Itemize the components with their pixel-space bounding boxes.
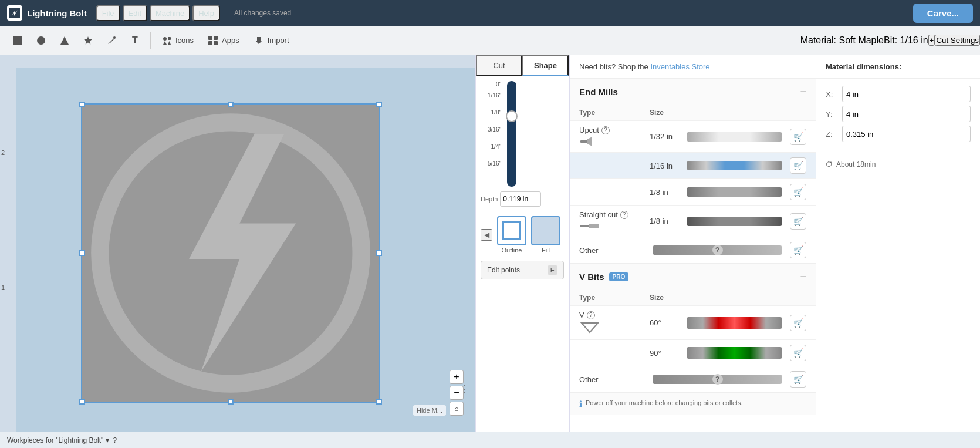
end-mills-header: End Mills −: [570, 79, 816, 105]
outline-button[interactable]: [497, 216, 526, 245]
tool-star[interactable]: [77, 30, 99, 51]
bit-size-1-16: 1/16 in 🛒: [650, 157, 806, 174]
design-canvas[interactable]: [81, 103, 380, 403]
workpiece-dropdown[interactable]: ▾: [106, 436, 109, 444]
dim-z-label: Z:: [826, 130, 837, 139]
bit-size-60-label: 60°: [650, 318, 679, 327]
cut-settings-button[interactable]: Cut Settings: [935, 35, 980, 46]
svg-rect-1: [13, 36, 22, 45]
store-link[interactable]: Inventables Store: [650, 62, 709, 71]
svg-rect-12: [208, 41, 212, 45]
handle-mid-left[interactable]: [79, 250, 85, 256]
lightning-bolt-svg: [82, 105, 379, 402]
handle-mid-right[interactable]: [376, 250, 382, 256]
menu-machine[interactable]: Machine: [150, 5, 190, 21]
bit-size-1-8-upcut-label: 1/8 in: [650, 188, 679, 197]
menu-file[interactable]: File: [96, 5, 120, 21]
tab-shape[interactable]: Shape: [522, 55, 569, 76]
add-button[interactable]: +: [928, 35, 935, 46]
depth-track[interactable]: [507, 81, 516, 187]
tool-triangle[interactable]: [54, 30, 75, 51]
dim-y-row: Y:: [826, 106, 971, 122]
svg-point-2: [37, 36, 45, 45]
edit-points-button[interactable]: Edit points E: [481, 261, 564, 279]
carve-button[interactable]: Carve...: [913, 4, 973, 23]
bit-cart-other-v[interactable]: 🛒: [790, 371, 806, 388]
bit-value: 1/16 in: [900, 35, 928, 45]
edit-points-label: Edit points: [487, 266, 520, 274]
icons-button[interactable]: Icons: [156, 33, 200, 48]
bit-type-other-end: Other: [579, 246, 650, 255]
collapse-left[interactable]: ◀: [481, 229, 492, 241]
upcut-help-icon[interactable]: ?: [601, 126, 610, 134]
tool-text[interactable]: T: [124, 30, 146, 51]
bit-size-1-8-upcut: 1/8 in 🛒: [650, 184, 806, 200]
import-button[interactable]: Import: [248, 33, 295, 48]
tab-cut[interactable]: Cut: [476, 55, 522, 76]
depth-mark-5: -5/16": [481, 160, 501, 167]
menu-edit[interactable]: Edit: [123, 5, 147, 21]
hide-button[interactable]: Hide M...: [413, 405, 446, 416]
bit-cart-90[interactable]: 🛒: [790, 345, 806, 361]
bit-row-other-end: Other ? 🛒: [570, 237, 816, 263]
handle-top-right[interactable]: [376, 102, 382, 107]
bit-cart-other-end[interactable]: 🛒: [790, 242, 806, 258]
outline-fill-row: ◀ Outline Fill: [476, 211, 569, 258]
workpiece-help[interactable]: ?: [113, 436, 117, 444]
v-bits-col-header: Type Size: [570, 290, 816, 305]
v-bits-title: V Bits: [579, 272, 604, 282]
handle-bot-left[interactable]: [79, 399, 85, 405]
app-logo: Lightning Bolt: [7, 5, 87, 21]
tool-circle[interactable]: [31, 30, 52, 51]
save-status: All changes saved: [234, 9, 291, 17]
bit-visual-1-8-straight: [687, 217, 782, 226]
v-bits-title-area: V Bits PRO: [579, 272, 628, 282]
handle-top-center[interactable]: [228, 102, 234, 107]
end-mills-collapse[interactable]: −: [800, 86, 806, 98]
handle-bot-right[interactable]: [376, 399, 382, 405]
ruler-left: 2 1: [0, 55, 16, 448]
bit-cart-1-32[interactable]: 🛒: [790, 129, 806, 145]
material-label: Material:: [800, 35, 836, 45]
dim-y-input[interactable]: [842, 106, 971, 122]
bit-visual-60: [687, 317, 782, 329]
outline-label: Outline: [502, 247, 522, 254]
dim-x-input[interactable]: [842, 86, 971, 102]
depth-input[interactable]: [500, 191, 541, 207]
power-warning-text: Power off your machine before changing b…: [586, 399, 743, 406]
time-label: About 18min: [836, 160, 876, 169]
bit-visual-90: [687, 347, 782, 359]
top-bar: Lightning Bolt File Edit Machine Help Al…: [0, 0, 980, 26]
straight-help-icon[interactable]: ?: [620, 211, 628, 219]
svg-marker-9: [168, 41, 171, 45]
menu-help[interactable]: Help: [192, 5, 220, 21]
depth-slider-container: -0" -1/16" -1/8" -3/16" -1/4" -5/16": [481, 81, 564, 187]
depth-mark-2: -1/8": [481, 109, 501, 116]
more-options[interactable]: ⋮: [459, 378, 471, 401]
home-button[interactable]: ⌂: [450, 402, 464, 416]
warning-icon: ℹ: [579, 399, 582, 409]
bit-cart-60[interactable]: 🛒: [790, 315, 806, 331]
depth-knob[interactable]: [506, 110, 518, 122]
apps-button[interactable]: Apps: [202, 33, 245, 48]
svg-rect-17: [580, 225, 589, 227]
tool-pen[interactable]: [101, 30, 122, 51]
svg-marker-8: [163, 41, 167, 45]
v-bits-collapse[interactable]: −: [800, 271, 806, 283]
handle-bot-center[interactable]: [228, 399, 234, 405]
bit-visual-other-end: ?: [653, 245, 782, 255]
fill-button[interactable]: [531, 216, 560, 245]
v-bits-section: V Bits PRO − Type Size V ? 60°: [570, 264, 816, 393]
bit-cart-1-8-straight[interactable]: 🛒: [790, 213, 806, 230]
bit-type-other-label: Other: [579, 246, 599, 255]
tool-square[interactable]: [7, 30, 28, 51]
svg-rect-10: [208, 36, 212, 40]
bit-cart-1-16[interactable]: 🛒: [790, 157, 806, 174]
handle-top-left[interactable]: [79, 102, 85, 107]
toolbar: T Icons Apps Import: [0, 26, 800, 55]
v-help-icon[interactable]: ?: [587, 311, 595, 319]
bit-type-upcut: Upcut ?: [579, 126, 650, 147]
bit-cart-1-8-upcut[interactable]: 🛒: [790, 184, 806, 200]
dim-z-input[interactable]: [842, 126, 971, 142]
svg-marker-3: [60, 36, 69, 45]
